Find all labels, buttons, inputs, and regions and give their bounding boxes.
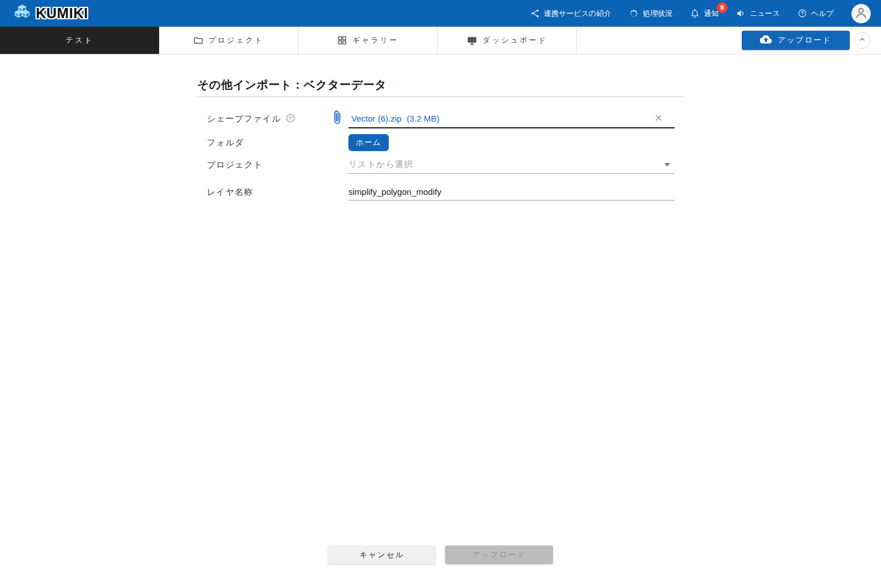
file-name[interactable]: Vector (6).zip (351, 114, 401, 123)
layer-name-input[interactable] (348, 187, 675, 200)
shapefile-label-text: シェープファイル (207, 114, 281, 124)
notification-badge: 8 (717, 2, 728, 13)
tab-test[interactable]: テスト (0, 27, 159, 54)
folder-home-chip[interactable]: ホーム (348, 134, 389, 151)
collapse-toolbar-button[interactable] (854, 32, 871, 49)
paperclip-icon[interactable] (330, 109, 345, 128)
menu-item-label: ヘルプ (811, 9, 834, 19)
menu-item-notifications[interactable]: 通知 8 (690, 9, 718, 19)
tab-label: ギャラリー (352, 35, 398, 45)
menu-item-news[interactable]: ニュース (736, 9, 780, 19)
folder-icon (193, 35, 203, 45)
menu-item-label: 連携サービスの紹介 (544, 9, 611, 19)
person-icon (854, 5, 868, 22)
layer-name-label: レイヤ名称 (207, 184, 253, 201)
header-menu: 連携サービスの紹介 処理状況 (530, 4, 881, 23)
upload-button[interactable]: アップロード (742, 31, 850, 50)
close-icon (654, 113, 663, 124)
tab-label: ダッシュボード (483, 35, 547, 45)
cancel-button[interactable]: キャンセル (328, 545, 436, 564)
kumiki-logo[interactable]: KUMIKI (0, 4, 88, 23)
app-header: KUMIKI 連携サービスの紹介 (0, 0, 881, 27)
shapefile-field[interactable]: Vector (6).zip (3.2 MB) (348, 110, 675, 128)
clear-file-button[interactable] (652, 112, 664, 125)
bell-icon (690, 9, 700, 18)
share-icon (530, 9, 540, 18)
page: KUMIKI 連携サービスの紹介 (0, 0, 881, 588)
menu-item-help[interactable]: ? ヘルプ (797, 9, 834, 19)
upload-button-label: アップロード (778, 35, 832, 45)
project-label-text: プロジェクト (207, 160, 263, 170)
tab-bar: テスト プロジェクト ギャラリー (0, 27, 881, 55)
page-title: その他インポート：ベクターデータ (197, 77, 684, 93)
project-select-placeholder: リストから選択 (348, 159, 413, 170)
svg-text:?: ? (801, 11, 804, 16)
tab-gallery[interactable]: ギャラリー (298, 27, 438, 54)
menu-item-processing-status[interactable]: 処理状況 (629, 9, 672, 19)
project-select[interactable]: リストから選択 (348, 156, 675, 174)
user-avatar[interactable] (851, 4, 871, 23)
chevron-up-icon (858, 35, 867, 46)
folder-label: フォルダ (207, 134, 244, 151)
layer-name-field (348, 184, 675, 201)
menu-item-label: 処理状況 (643, 9, 672, 19)
tab-label: テスト (66, 35, 94, 45)
spinner-icon (629, 9, 639, 19)
monitor-icon (467, 35, 477, 46)
speaker-icon (736, 9, 746, 18)
folder-label-text: フォルダ (207, 137, 244, 148)
title-divider (197, 97, 684, 97)
project-label: プロジェクト (207, 156, 263, 174)
menu-item-label: ニュース (750, 9, 780, 19)
tab-project[interactable]: プロジェクト (159, 27, 298, 54)
help-circle-icon[interactable]: ? (285, 113, 296, 125)
layer-name-label-text: レイヤ名称 (207, 187, 253, 198)
shapefile-label: シェープファイル ? (207, 110, 296, 128)
tab-label: プロジェクト (209, 35, 264, 45)
help-icon: ? (797, 9, 807, 18)
svg-text:?: ? (289, 115, 292, 121)
menu-item-label: 通知 (704, 9, 718, 19)
kumiki-cubes-icon (13, 4, 32, 23)
grid-icon (337, 35, 347, 45)
upload-submit-button[interactable]: アップロード (445, 545, 553, 564)
file-size: (3.2 MB) (406, 114, 439, 123)
cloud-upload-icon (760, 34, 772, 47)
tab-dashboard[interactable]: ダッシュボード (438, 27, 577, 54)
chevron-down-icon (664, 163, 670, 166)
logo-wordmark: KUMIKI (36, 5, 88, 22)
menu-item-services[interactable]: 連携サービスの紹介 (530, 9, 611, 19)
